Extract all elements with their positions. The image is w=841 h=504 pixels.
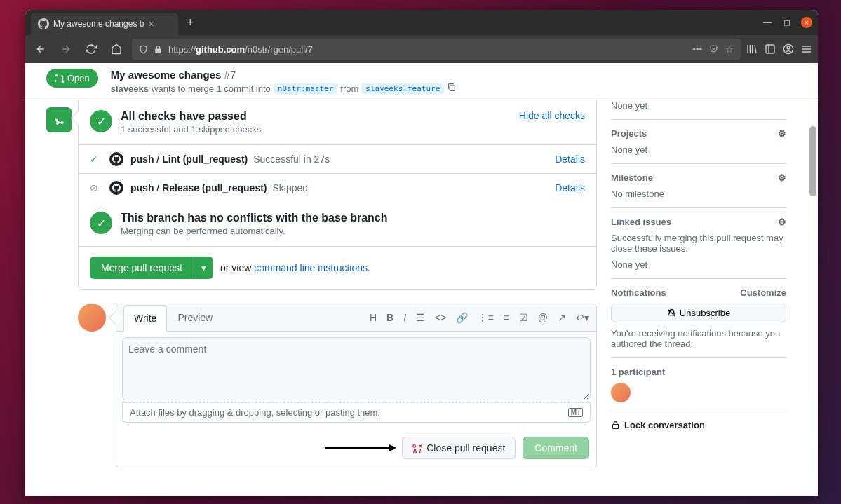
write-tab[interactable]: Write <box>123 305 167 332</box>
check-details-link[interactable]: Details <box>555 154 585 165</box>
comment-form: Write Preview H B I ☰ <> 🔗 ⋮≡ ≡ <box>78 304 597 468</box>
svg-rect-4 <box>612 425 618 429</box>
checks-pass-icon: ✓ <box>90 110 112 132</box>
tab-close-icon[interactable]: × <box>148 18 154 29</box>
scrollbar[interactable] <box>809 126 816 196</box>
pr-header: Open My awesome changes #7 slaveeks want… <box>25 63 818 100</box>
participant-avatar[interactable] <box>611 383 631 402</box>
svg-point-2 <box>787 46 790 49</box>
git-pr-closed-icon <box>412 443 422 453</box>
svg-rect-3 <box>450 86 455 90</box>
merge-timeline-icon <box>46 107 72 132</box>
account-icon[interactable] <box>783 43 794 55</box>
shield-icon <box>139 45 148 54</box>
menu-icon[interactable] <box>801 43 812 55</box>
markdown-badge-icon[interactable]: M↓ <box>568 408 583 417</box>
browser-tab[interactable]: My awesome changes b × <box>31 13 178 35</box>
no-conflicts-icon: ✓ <box>90 212 112 234</box>
url-text: https://github.com/n0str/rgen/pull/7 <box>168 44 313 55</box>
github-actions-icon <box>109 152 123 166</box>
comment-button[interactable]: Comment <box>523 437 589 459</box>
merge-status-box: ✓ All checks have passed 1 successful an… <box>78 100 597 290</box>
pr-meta: slaveeks wants to merge 1 commit into n0… <box>111 83 456 94</box>
new-tab-button[interactable]: + <box>187 15 194 30</box>
ul-icon[interactable]: ⋮≡ <box>478 312 493 323</box>
pr-title: My awesome changes #7 <box>111 69 456 81</box>
mention-icon[interactable]: @ <box>538 312 548 323</box>
forward-button[interactable] <box>56 39 76 59</box>
tab-title: My awesome changes b <box>53 19 144 29</box>
browser-window: My awesome changes b × + — ◻ × https://g… <box>25 10 818 496</box>
link-icon[interactable]: 🔗 <box>456 312 468 323</box>
pr-state-badge: Open <box>46 69 98 88</box>
page-actions-icon[interactable]: ••• <box>692 44 702 55</box>
check-row-lint: ✓ push / Lint (pull_request)Successful i… <box>79 144 596 173</box>
git-pull-request-icon <box>55 74 64 83</box>
check-details-link[interactable]: Details <box>555 182 585 193</box>
bell-slash-icon <box>667 308 676 318</box>
head-branch-tag[interactable]: slaveeks:feature <box>361 83 444 94</box>
comment-textarea[interactable] <box>122 337 591 400</box>
ol-icon[interactable]: ≡ <box>504 312 509 323</box>
check-skip-icon: ⊘ <box>90 182 102 193</box>
customize-link[interactable]: Customize <box>740 287 786 298</box>
github-actions-icon <box>109 181 123 195</box>
titlebar: My awesome changes b × + — ◻ × <box>25 10 818 35</box>
maximize-button[interactable]: ◻ <box>781 17 793 28</box>
lock-icon <box>154 45 163 54</box>
back-button[interactable] <box>31 39 51 59</box>
arrow-annotation-icon <box>325 447 395 449</box>
merge-pr-button[interactable]: Merge pull request <box>90 257 194 279</box>
task-icon[interactable]: ☑ <box>519 312 528 323</box>
page-content: Open My awesome changes #7 slaveeks want… <box>25 63 818 496</box>
reload-button[interactable] <box>81 39 101 59</box>
close-pr-button[interactable]: Close pull request <box>402 437 516 459</box>
unsubscribe-button[interactable]: Unsubscribe <box>611 304 786 322</box>
github-favicon-icon <box>38 18 49 29</box>
bold-icon[interactable]: B <box>386 312 393 323</box>
gear-icon[interactable]: ⚙ <box>778 172 786 183</box>
sidebar: None yet Projects⚙ None yet Milestone⚙ N… <box>597 100 786 468</box>
sidebar-icon[interactable] <box>765 43 776 55</box>
lock-conversation-link[interactable]: Lock conversation <box>611 411 786 430</box>
reply-icon[interactable]: ↩▾ <box>576 312 589 323</box>
reference-icon[interactable]: ↗ <box>558 312 566 323</box>
url-bar: https://github.com/n0str/rgen/pull/7 •••… <box>25 35 818 63</box>
hide-checks-link[interactable]: Hide all checks <box>519 110 585 121</box>
window-close-button[interactable]: × <box>801 17 812 28</box>
user-avatar[interactable] <box>78 304 106 332</box>
gear-icon[interactable]: ⚙ <box>778 128 786 139</box>
window-controls: — ◻ × <box>762 17 812 28</box>
merge-dropdown-button[interactable]: ▾ <box>194 257 213 279</box>
pocket-icon[interactable] <box>709 44 718 53</box>
base-branch-tag[interactable]: n0str:master <box>274 83 337 94</box>
lock-icon <box>611 421 620 430</box>
bookmark-star-icon[interactable]: ☆ <box>725 44 734 55</box>
copy-branch-icon[interactable] <box>447 83 456 94</box>
heading-icon[interactable]: H <box>370 312 377 323</box>
library-icon[interactable] <box>746 43 758 55</box>
check-success-icon: ✓ <box>90 154 102 165</box>
attach-bar[interactable]: Attach files by dragging & dropping, sel… <box>122 402 591 423</box>
minimize-button[interactable]: — <box>762 17 773 28</box>
code-icon[interactable]: <> <box>435 312 446 323</box>
quote-icon[interactable]: ☰ <box>416 312 425 323</box>
italic-icon[interactable]: I <box>403 312 406 323</box>
home-button[interactable] <box>107 39 126 59</box>
check-row-release: ⊘ push / Release (pull_request)Skipped D… <box>79 173 596 202</box>
svg-rect-0 <box>766 45 774 53</box>
gear-icon[interactable]: ⚙ <box>778 217 786 227</box>
preview-tab[interactable]: Preview <box>167 304 223 331</box>
url-field[interactable]: https://github.com/n0str/rgen/pull/7 •••… <box>132 39 741 60</box>
cmd-line-link[interactable]: command line instructions. <box>254 262 370 273</box>
